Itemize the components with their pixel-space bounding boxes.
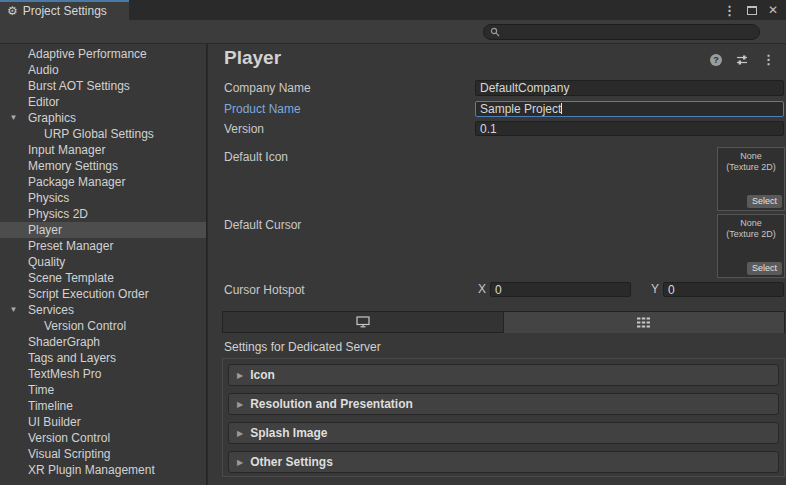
window-titlebar: ⚙ Project Settings ⋮ ✕ [0, 0, 786, 20]
section-header-splash-image[interactable]: ▶ Splash Image [228, 422, 779, 444]
sidebar-item-graphics[interactable]: ▼ Graphics [0, 110, 206, 126]
help-icon[interactable]: ? [710, 54, 722, 66]
settings-for-platform-header: Settings for Dedicated Server [224, 340, 381, 354]
search-box[interactable] [483, 24, 760, 40]
search-toolbar [0, 20, 786, 44]
sidebar-item-label: Memory Settings [28, 159, 118, 173]
sidebar-item-script-execution-order[interactable]: Script Execution Order [0, 286, 206, 302]
company-name-field[interactable]: DefaultCompany [475, 80, 784, 96]
sidebar-item-label: Audio [28, 63, 59, 77]
foldout-arrow-icon: ▶ [237, 458, 243, 467]
sidebar-item-quality[interactable]: Quality [0, 254, 206, 270]
default-icon-none-text: None(Texture 2D) [718, 151, 784, 173]
sidebar-item-label: XR Plugin Management [28, 463, 155, 477]
player-settings-sections: ▶ Icon ▶ Resolution and Presentation ▶ S… [222, 358, 785, 477]
foldout-arrow-icon: ▶ [237, 371, 243, 380]
presets-icon[interactable] [736, 54, 748, 66]
default-cursor-none-text: None(Texture 2D) [718, 218, 784, 240]
hotspot-y-field[interactable]: 0 [663, 282, 784, 297]
sidebar-item-label: Adaptive Performance [28, 47, 147, 61]
default-cursor-select-button[interactable]: Select [747, 262, 782, 275]
platform-tab-bar [222, 311, 785, 333]
sidebar-item-label: Tags and Layers [28, 351, 116, 365]
sidebar-item-label: Physics [28, 191, 69, 205]
hotspot-x-field[interactable]: 0 [490, 282, 631, 297]
section-label: Resolution and Presentation [250, 397, 413, 411]
version-field[interactable]: 0.1 [475, 121, 784, 136]
sidebar-item-label: Version Control [28, 431, 110, 445]
sidebar-item-label: Timeline [28, 399, 73, 413]
hotspot-y-label: Y [651, 282, 659, 297]
default-icon-select-button[interactable]: Select [747, 195, 782, 208]
sidebar-item-label: ShaderGraph [28, 335, 100, 349]
settings-category-sidebar: Adaptive Performance Audio Burst AOT Set… [0, 44, 207, 485]
tab-desktop-platform[interactable] [222, 311, 504, 333]
search-input[interactable] [504, 25, 744, 39]
sidebar-item-input-manager[interactable]: Input Manager [0, 142, 206, 158]
product-name-value: Sample Project [480, 102, 561, 116]
sidebar-item-preset-manager[interactable]: Preset Manager [0, 238, 206, 254]
tab-dedicated-server-platform[interactable] [504, 311, 786, 333]
sidebar-item-services[interactable]: ▼ Services [0, 302, 206, 318]
sidebar-item-xr-plugin-management[interactable]: XR Plugin Management [0, 462, 206, 478]
sidebar-item-label: Player [28, 223, 62, 237]
sidebar-item-editor[interactable]: Editor [0, 94, 206, 110]
panel-header-icons: ? ⋮ [710, 53, 775, 66]
sidebar-item-label: Services [28, 303, 74, 317]
sidebar-item-label: TextMesh Pro [28, 367, 101, 381]
sidebar-item-label: Package Manager [28, 175, 125, 189]
sidebar-item-memory-settings[interactable]: Memory Settings [0, 158, 206, 174]
foldout-arrow-icon: ▶ [237, 400, 243, 409]
page-title: Player [224, 47, 281, 69]
sidebar-item-tags-and-layers[interactable]: Tags and Layers [0, 350, 206, 366]
default-cursor-label: Default Cursor [224, 217, 301, 233]
sidebar-item-timeline[interactable]: Timeline [0, 398, 206, 414]
section-label: Icon [250, 368, 275, 382]
cursor-hotspot-label: Cursor Hotspot [224, 282, 305, 298]
sidebar-item-version-control[interactable]: Version Control [0, 430, 206, 446]
sidebar-item-label: Version Control [44, 319, 126, 333]
sidebar-item-physics-2d[interactable]: Physics 2D [0, 206, 206, 222]
sidebar-item-label: Burst AOT Settings [28, 79, 130, 93]
company-name-label: Company Name [224, 80, 311, 96]
sidebar-item-time[interactable]: Time [0, 382, 206, 398]
window-menu-icon[interactable]: ⋮ [723, 4, 736, 17]
foldout-arrow-icon: ▶ [237, 429, 243, 438]
sidebar-item-ui-builder[interactable]: UI Builder [0, 414, 206, 430]
default-cursor-texture-well[interactable]: None(Texture 2D) Select [717, 214, 785, 278]
sidebar-item-textmesh-pro[interactable]: TextMesh Pro [0, 366, 206, 382]
maximize-icon[interactable] [747, 6, 757, 15]
sidebar-item-label: Script Execution Order [28, 287, 149, 301]
sidebar-item-label: Quality [28, 255, 65, 269]
panel-menu-icon[interactable]: ⋮ [762, 53, 775, 66]
sidebar-item-adaptive-performance[interactable]: Adaptive Performance [0, 46, 206, 62]
section-label: Splash Image [250, 426, 327, 440]
version-label: Version [224, 121, 264, 137]
sidebar-item-burst-aot-settings[interactable]: Burst AOT Settings [0, 78, 206, 94]
sidebar-item-shadergraph[interactable]: ShaderGraph [0, 334, 206, 350]
close-icon[interactable]: ✕ [768, 4, 778, 16]
sidebar-item-visual-scripting[interactable]: Visual Scripting [0, 446, 206, 462]
sidebar-item-label: Visual Scripting [28, 447, 111, 461]
sidebar-item-label: Scene Template [28, 271, 114, 285]
product-name-field[interactable]: Sample Project [475, 101, 784, 117]
sidebar-item-player[interactable]: Player [0, 222, 206, 238]
section-header-icon[interactable]: ▶ Icon [228, 364, 779, 386]
default-icon-label: Default Icon [224, 149, 288, 165]
sidebar-item-urp-global-settings[interactable]: URP Global Settings [0, 126, 206, 142]
sidebar-item-physics[interactable]: Physics [0, 190, 206, 206]
sidebar-item-label: UI Builder [28, 415, 81, 429]
window-tab-title: Project Settings [23, 4, 107, 18]
section-header-other-settings[interactable]: ▶ Other Settings [228, 451, 779, 473]
gear-icon: ⚙ [7, 5, 18, 17]
sidebar-item-package-manager[interactable]: Package Manager [0, 174, 206, 190]
sidebar-item-label: URP Global Settings [44, 127, 154, 141]
tab-project-settings[interactable]: ⚙ Project Settings [0, 0, 129, 20]
sidebar-item-scene-template[interactable]: Scene Template [0, 270, 206, 286]
default-icon-texture-well[interactable]: None(Texture 2D) Select [717, 147, 785, 211]
window-controls: ⋮ ✕ [723, 0, 778, 20]
sidebar-item-label: Preset Manager [28, 239, 113, 253]
section-header-resolution-and-presentation[interactable]: ▶ Resolution and Presentation [228, 393, 779, 415]
sidebar-item-audio[interactable]: Audio [0, 62, 206, 78]
sidebar-item-version-control[interactable]: Version Control [0, 318, 206, 334]
